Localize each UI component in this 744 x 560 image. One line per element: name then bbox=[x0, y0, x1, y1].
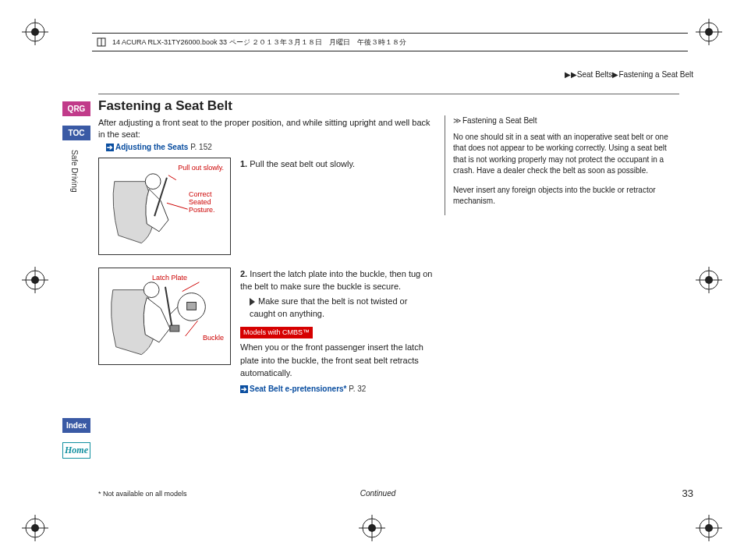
svg-point-19 bbox=[31, 524, 39, 532]
step-1: 1. Pull the seat belt out slowly. bbox=[240, 158, 434, 255]
svg-point-7 bbox=[705, 28, 713, 36]
page-title: Fastening a Seat Belt bbox=[98, 98, 434, 114]
arrow-icon: ▶▶ bbox=[565, 70, 577, 79]
arrow-icon bbox=[250, 298, 255, 306]
tab-home[interactable]: Home bbox=[62, 442, 90, 459]
book-icon bbox=[97, 37, 108, 48]
figure-label: Correct Seated Posture. bbox=[189, 191, 224, 214]
svg-point-15 bbox=[705, 276, 713, 284]
figure-seatbelt-pull: Pull out slowly. Correct Seated Posture. bbox=[98, 158, 231, 255]
doc-header-text: 14 ACURA RLX-31TY26000.book 33 ページ ２０１３年… bbox=[112, 37, 406, 48]
svg-point-30 bbox=[145, 174, 161, 190]
doc-header: 14 ACURA RLX-31TY26000.book 33 ページ ２０１３年… bbox=[92, 33, 688, 51]
svg-point-27 bbox=[705, 524, 713, 532]
side-notes: ≫Fastening a Seat Belt No one should sit… bbox=[445, 115, 678, 215]
side-paragraph: No one should sit in a seat with an inop… bbox=[453, 132, 678, 177]
side-paragraph: Never insert any foreign objects into th… bbox=[453, 185, 678, 207]
crop-mark-icon bbox=[22, 267, 48, 293]
crop-mark-icon bbox=[22, 515, 48, 541]
xref-page: P. 32 bbox=[349, 385, 366, 393]
figure-label: Pull out slowly. bbox=[178, 165, 224, 172]
step-number: 1. bbox=[240, 159, 247, 168]
seat-figure-icon bbox=[99, 268, 230, 365]
intro-text: After adjusting a front seat to the prop… bbox=[98, 117, 434, 141]
figure-label: Latch Plate bbox=[152, 275, 187, 282]
link-icon: ➔ bbox=[106, 144, 114, 151]
svg-line-33 bbox=[167, 203, 188, 209]
breadcrumb-a: Seat Belts bbox=[577, 70, 613, 79]
chevron-icon: ≫ bbox=[453, 115, 461, 127]
xref-label: Seat Belt e-pretensioners* bbox=[250, 385, 347, 393]
svg-line-41 bbox=[186, 321, 198, 336]
figure-label: Buckle bbox=[203, 335, 224, 342]
tab-qrg[interactable]: QRG bbox=[62, 101, 90, 116]
model-text: When you or the front passenger insert t… bbox=[240, 341, 434, 380]
divider bbox=[98, 94, 679, 94]
link-icon: ➔ bbox=[240, 385, 248, 393]
continued-label: Continued bbox=[360, 489, 396, 498]
side-heading: ≫Fastening a Seat Belt bbox=[453, 115, 678, 127]
svg-point-34 bbox=[143, 282, 159, 298]
step-number: 2. bbox=[240, 269, 247, 278]
breadcrumb: ▶▶Seat Belts▶Fastening a Seat Belt bbox=[565, 70, 693, 79]
svg-line-39 bbox=[170, 307, 178, 314]
xref-pretensioners[interactable]: ➔Seat Belt e-pretensioners* P. 32 bbox=[240, 383, 434, 395]
tab-index[interactable]: Index bbox=[62, 418, 90, 433]
svg-point-3 bbox=[31, 28, 39, 36]
svg-rect-36 bbox=[170, 325, 179, 331]
page-number: 33 bbox=[682, 487, 693, 499]
footnote: * Not available on all models bbox=[98, 490, 187, 498]
svg-line-40 bbox=[182, 282, 200, 292]
crop-mark-icon bbox=[696, 19, 722, 45]
svg-point-11 bbox=[31, 276, 39, 284]
crop-mark-icon bbox=[359, 515, 385, 541]
figure-seatbelt-buckle: Latch Plate Buckle bbox=[98, 268, 231, 365]
step-text: Pull the seat belt out slowly. bbox=[250, 159, 355, 168]
xref-adjusting-seats[interactable]: ➔Adjusting the Seats P. 152 bbox=[106, 143, 434, 151]
xref-page: P. 152 bbox=[190, 143, 212, 151]
xref-label: Adjusting the Seats bbox=[115, 143, 188, 151]
model-tag: Models with CMBS™ bbox=[240, 327, 313, 339]
section-label: Safe Driving bbox=[70, 150, 79, 192]
side-head-text: Fastening a Seat Belt bbox=[462, 116, 537, 125]
breadcrumb-b: Fastening a Seat Belt bbox=[618, 70, 693, 79]
crop-mark-icon bbox=[22, 19, 48, 45]
svg-rect-38 bbox=[187, 302, 197, 310]
crop-mark-icon bbox=[696, 267, 722, 293]
crop-mark-icon bbox=[696, 515, 722, 541]
tab-toc[interactable]: TOC bbox=[62, 126, 90, 140]
step-sub: Make sure that the belt is not twisted o… bbox=[250, 296, 407, 319]
step-text: Insert the latch plate into the buckle, … bbox=[240, 269, 432, 292]
svg-point-23 bbox=[368, 524, 376, 532]
svg-line-32 bbox=[168, 175, 176, 180]
step-2: 2. Insert the latch plate into the buckl… bbox=[240, 268, 434, 395]
